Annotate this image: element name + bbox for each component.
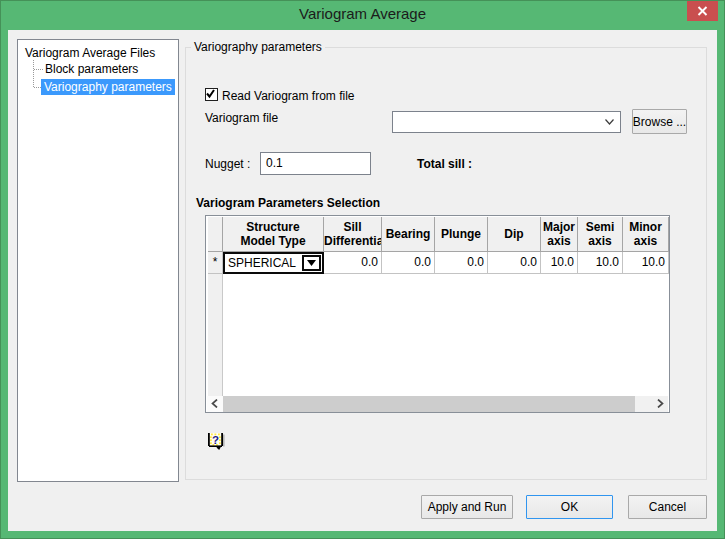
svg-text:?: ? [212, 434, 219, 446]
